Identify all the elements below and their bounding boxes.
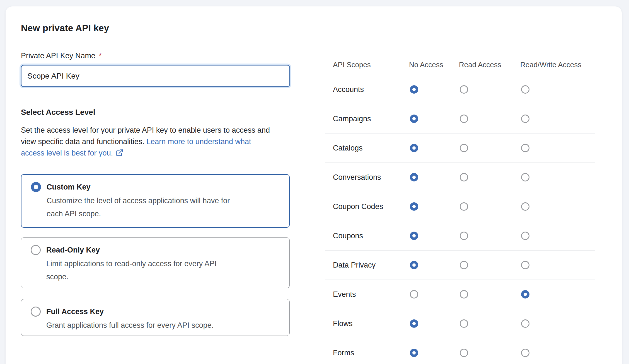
scope-row: Coupons [325,221,595,251]
scopes-table-body: AccountsCampaignsCatalogsConversationsCo… [325,75,595,364]
scope-row: Campaigns [325,104,595,134]
option-title: Read-Only Key [46,245,217,255]
required-asterisk: * [99,52,102,60]
campaigns-read-write-access-radio[interactable] [521,115,529,123]
custom-key-radio[interactable] [31,182,41,192]
column-header-read-write-access: Read/Write Access [520,55,595,75]
accounts-no-access-radio[interactable] [410,85,418,94]
catalogs-read-write-access-radio[interactable] [521,144,529,152]
campaigns-read-access-radio[interactable] [460,115,468,123]
scope-row: Forms [325,338,595,364]
scope-name: Flows [333,319,353,328]
accounts-read-access-radio[interactable] [460,85,468,94]
option-description: Limit applications to read-only access f… [46,257,217,283]
catalogs-read-access-radio[interactable] [460,144,468,152]
accounts-read-write-access-radio[interactable] [521,85,529,94]
flows-read-write-access-radio[interactable] [521,319,529,328]
scope-name: Conversations [333,173,381,182]
scope-name: Campaigns [333,115,371,123]
data-privacy-read-write-access-radio[interactable] [521,261,529,269]
option-custom-key[interactable]: Custom Key Customize the level of access… [21,174,290,228]
coupon-codes-read-access-radio[interactable] [460,202,468,211]
scope-name: Coupons [333,232,363,240]
conversations-no-access-radio[interactable] [410,173,418,181]
conversations-read-access-radio[interactable] [460,173,468,181]
full-access-key-radio[interactable] [31,307,41,317]
coupons-read-access-radio[interactable] [460,232,468,240]
forms-read-access-radio[interactable] [460,349,468,357]
column-header-no-access: No Access [409,55,459,75]
forms-no-access-radio[interactable] [410,349,418,357]
api-scopes-table: API Scopes No Access Read Access Read/Wr… [325,55,595,364]
scope-name: Forms [333,349,354,357]
option-description: Grant applications full access for every… [46,319,214,332]
events-read-write-access-radio[interactable] [521,290,529,299]
scope-row: Catalogs [325,134,595,163]
read-only-key-radio[interactable] [31,245,41,255]
api-key-name-label: Private API Key Name* [21,50,102,61]
access-level-description: Set the access level for your private AP… [21,125,314,159]
select-access-level-heading: Select Access Level [21,107,95,118]
option-title: Full Access Key [46,307,214,317]
option-read-only-key[interactable]: Read-Only Key Limit applications to read… [21,237,290,288]
events-read-access-radio[interactable] [460,290,468,299]
scope-name: Accounts [333,85,364,94]
new-api-key-card: New private API key Private API Key Name… [6,6,622,364]
column-header-api-scopes: API Scopes [325,55,409,75]
scope-row: Coupon Codes [325,192,595,221]
option-title: Custom Key [47,182,230,192]
scope-name: Coupon Codes [333,202,383,211]
scope-row: Events [325,280,595,309]
coupon-codes-no-access-radio[interactable] [410,202,418,211]
coupons-no-access-radio[interactable] [410,232,418,240]
forms-read-write-access-radio[interactable] [521,349,529,357]
scopes-table-header: API Scopes No Access Read Access Read/Wr… [325,55,595,75]
data-privacy-no-access-radio[interactable] [410,261,418,269]
scope-row: Accounts [325,75,595,104]
conversations-read-write-access-radio[interactable] [521,173,529,181]
catalogs-no-access-radio[interactable] [410,144,418,152]
option-description: Customize the level of access applicatio… [47,194,230,220]
flows-no-access-radio[interactable] [410,319,418,328]
column-header-read-access: Read Access [459,55,520,75]
coupon-codes-read-write-access-radio[interactable] [521,202,529,211]
api-key-name-label-text: Private API Key Name [21,52,95,60]
flows-read-access-radio[interactable] [460,319,468,328]
scope-name: Data Privacy [333,261,376,270]
campaigns-no-access-radio[interactable] [410,115,418,123]
external-link-icon [116,149,124,157]
api-key-name-input[interactable] [21,65,290,87]
coupons-read-write-access-radio[interactable] [521,232,529,240]
data-privacy-read-access-radio[interactable] [460,261,468,269]
scope-row: Data Privacy [325,251,595,280]
events-no-access-radio[interactable] [410,290,418,299]
scope-row: Conversations [325,163,595,192]
scope-name: Events [333,290,356,299]
page-title: New private API key [21,22,109,35]
scope-name: Catalogs [333,144,363,152]
scope-row: Flows [325,309,595,338]
option-full-access-key[interactable]: Full Access Key Grant applications full … [21,299,290,336]
